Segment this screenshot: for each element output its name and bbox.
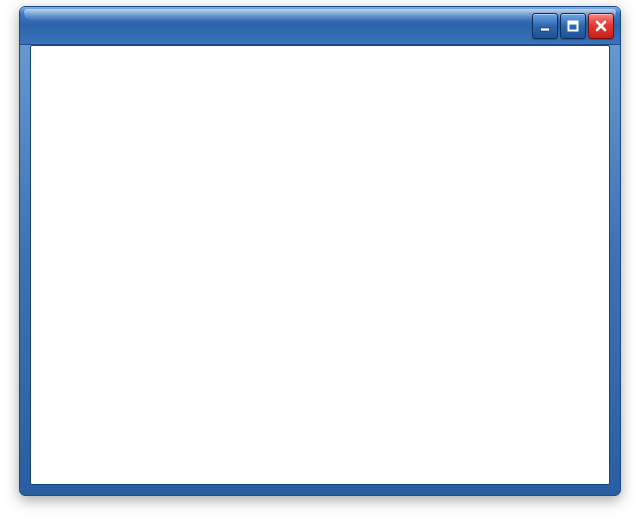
maximize-button[interactable] <box>560 13 586 39</box>
minimize-icon <box>538 19 552 33</box>
maximize-icon <box>566 19 580 33</box>
window-controls <box>532 13 614 39</box>
close-button[interactable] <box>588 13 614 39</box>
application-window <box>19 6 621 496</box>
svg-rect-2 <box>569 21 578 24</box>
svg-rect-0 <box>541 28 550 31</box>
titlebar[interactable] <box>20 7 620 45</box>
minimize-button[interactable] <box>532 13 558 39</box>
close-icon <box>594 19 608 33</box>
client-area <box>30 45 610 485</box>
